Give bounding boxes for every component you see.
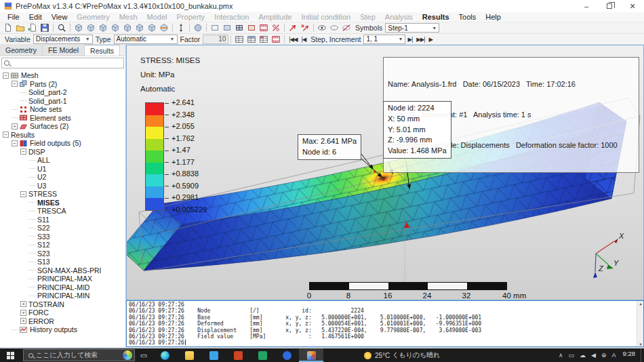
tree-item-s13[interactable]: S13 <box>0 258 125 266</box>
tree-item-parts-2-[interactable]: −Parts (2) <box>0 80 125 89</box>
tree-item-history-outputs[interactable]: History outputs <box>0 325 125 334</box>
start-button[interactable] <box>0 348 20 362</box>
collapse-icon[interactable]: − <box>20 148 26 155</box>
node-query-annotation[interactable]: Node id: 2224X: 50 mmY: 5.01 mmZ: -9.996… <box>383 101 451 159</box>
message-log[interactable]: 06/16/23 09:27:2606/16/23 09:27:26 Node … <box>126 300 644 347</box>
last-increment-button[interactable]: ▶▶| <box>414 36 426 43</box>
collapse-icon[interactable]: − <box>20 191 26 197</box>
tray-ime-icon[interactable]: A <box>611 352 616 359</box>
import-file-icon[interactable] <box>26 23 39 33</box>
shaded-view-icon[interactable] <box>192 23 204 33</box>
menu-edit[interactable]: Edit <box>24 13 47 21</box>
tray-cloud-icon[interactable]: ☁ <box>580 352 586 359</box>
tree-item-solid-part-2[interactable]: Solid_part-2 <box>0 88 125 97</box>
open-file-icon[interactable] <box>14 23 26 33</box>
history-output-table-icon[interactable] <box>245 34 258 44</box>
taskbar-powerpoint-icon[interactable] <box>226 348 250 362</box>
next-increment-button[interactable]: ▶| <box>405 36 414 43</box>
view-top-icon[interactable] <box>97 23 109 33</box>
results-table-icon[interactable] <box>258 34 270 44</box>
weather-widget[interactable]: 25°C くもりのち晴れ <box>364 350 441 360</box>
view-bottom-icon[interactable] <box>109 23 121 33</box>
expand-icon[interactable]: + <box>20 301 26 307</box>
save-icon[interactable] <box>39 23 51 33</box>
taskbar-search[interactable]: ここに入力して検索 <box>23 349 135 361</box>
taskbar-app-icon[interactable] <box>275 348 299 362</box>
tree-item-sgn-max-abs-pri[interactable]: SGN-MAX-ABS-PRI <box>0 266 125 275</box>
tab-fe-model[interactable]: FE Model <box>43 45 85 56</box>
tree-item-node-sets[interactable]: Node sets <box>0 105 125 114</box>
hide-icon[interactable] <box>340 23 353 33</box>
symbols-step-select[interactable]: Step-1▼ <box>385 23 439 33</box>
menu-view[interactable]: View <box>47 13 73 21</box>
solid-view-icon[interactable] <box>221 23 233 33</box>
factor-input[interactable]: 10 <box>203 35 228 44</box>
taskbar-prepomax-icon[interactable] <box>299 348 323 362</box>
expand-icon[interactable]: + <box>20 310 26 316</box>
show-desktop-button[interactable] <box>641 348 644 362</box>
tree-item-stress[interactable]: −STRESS <box>0 190 125 199</box>
tree-item-mises[interactable]: MISES <box>0 199 125 207</box>
tree-item-tresca[interactable]: TRESCA <box>0 207 125 216</box>
tray-display-icon[interactable]: ▭ <box>569 352 575 359</box>
tree-item-results[interactable]: −Results <box>0 131 125 140</box>
show-icon[interactable] <box>316 23 328 33</box>
tree-search[interactable] <box>1 58 124 68</box>
menu-help[interactable]: Help <box>481 13 506 21</box>
3d-viewport[interactable]: X Y Z STRESS: MISES Unit: MPa Automatic … <box>126 45 644 300</box>
view-back-icon[interactable] <box>85 23 97 33</box>
zoom-icon[interactable] <box>56 23 68 33</box>
play-button[interactable]: ▶ <box>427 36 435 43</box>
tree-item-mesh[interactable]: −Mesh <box>0 71 125 80</box>
tree-item-principal-mid[interactable]: PRINCIPAL-MID <box>0 283 125 292</box>
tree-item-u2[interactable]: U2 <box>0 173 125 182</box>
collapse-icon[interactable]: − <box>12 140 18 146</box>
field-output-table-icon[interactable] <box>233 34 245 44</box>
tree-item-forc[interactable]: +FORC <box>0 308 125 317</box>
menu-file[interactable]: File <box>3 13 24 21</box>
previous-increment-button[interactable]: |◀ <box>300 36 308 43</box>
type-select[interactable]: Automatic▼ <box>114 35 178 44</box>
tab-geometry[interactable]: Geometry <box>0 45 43 56</box>
close-button[interactable]: ✕ <box>621 0 644 12</box>
tree-item-error[interactable]: +ERROR <box>0 317 125 326</box>
remove-annotations-icon[interactable] <box>299 23 311 33</box>
tree-item-element-sets[interactable]: Element sets <box>0 114 125 123</box>
log-scrollbar[interactable]: ▲ ▼ <box>637 301 643 346</box>
tree-item-surfaces-2-[interactable]: +Surfaces (2) <box>0 122 125 131</box>
taskbar-folder-icon[interactable] <box>177 348 201 362</box>
tree-item-s22[interactable]: S22 <box>0 224 125 233</box>
tree-item-s11[interactable]: S11 <box>0 216 125 224</box>
view-left-icon[interactable] <box>121 23 134 33</box>
tree-item-principal-max[interactable]: PRINCIPAL-MAX <box>0 275 125 283</box>
query-icon[interactable] <box>287 23 299 33</box>
tree-item-principal-min[interactable]: PRINCIPAL-MIN <box>0 291 125 300</box>
taskbar-excel-icon[interactable] <box>250 348 275 362</box>
tray-volume-icon[interactable]: ◀ <box>591 352 596 359</box>
taskbar-clock[interactable]: 9:28 <box>623 350 636 357</box>
view-right-icon[interactable] <box>134 23 146 33</box>
menu-results[interactable]: Results <box>418 13 454 21</box>
tree-item-tostrain[interactable]: +TOSTRAIN <box>0 300 125 309</box>
edges-view-icon[interactable] <box>233 23 245 33</box>
tray-chevron-up-icon[interactable]: ∧ <box>559 352 563 359</box>
scroll-up-icon[interactable]: ▲ <box>637 301 644 306</box>
wireframe-view-icon[interactable] <box>209 23 221 33</box>
section-view-icon[interactable] <box>158 23 170 33</box>
show-transparent-icon[interactable] <box>328 23 340 33</box>
tree-item-field-outputs-5-[interactable]: −Field outputs (5) <box>0 139 125 148</box>
task-view-button[interactable]: ▭ <box>135 351 153 360</box>
tree-item-s12[interactable]: S12 <box>0 241 125 249</box>
menu-tools[interactable]: Tools <box>454 13 481 21</box>
taskbar-mail-icon[interactable] <box>201 348 226 362</box>
step-increment-select[interactable]: 1, 1▼ <box>363 35 405 44</box>
search-input[interactable] <box>12 59 123 67</box>
collapse-icon[interactable]: − <box>12 81 18 87</box>
tab-results[interactable]: Results <box>85 45 120 56</box>
variable-select[interactable]: Displacements▼ <box>33 35 93 44</box>
animation-icon[interactable] <box>270 34 282 44</box>
view-isometric-icon[interactable] <box>146 23 158 33</box>
restore-button[interactable] <box>598 0 621 12</box>
tray-network-icon[interactable]: ⊕ <box>601 352 607 359</box>
tree-item-s33[interactable]: S33 <box>0 233 125 241</box>
